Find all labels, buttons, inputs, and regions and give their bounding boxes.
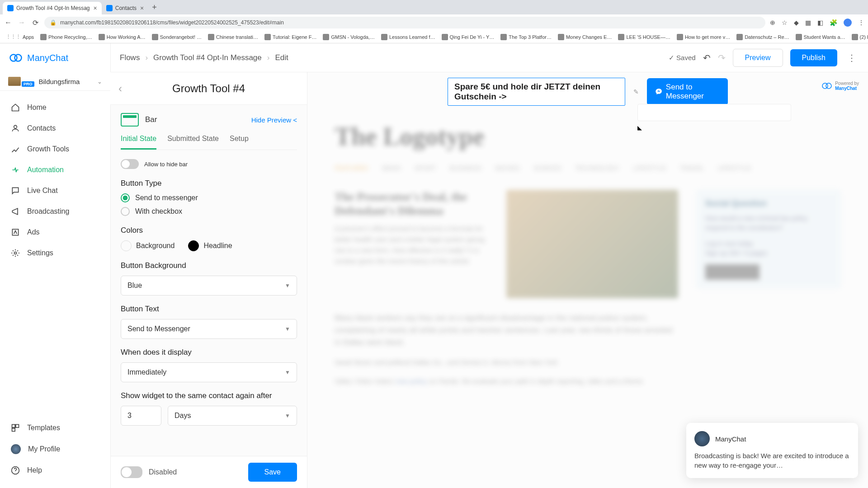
nav-home[interactable]: Home [0, 97, 110, 118]
swatch-icon [121, 240, 132, 251]
redo-icon: ↷ [718, 52, 726, 63]
bookmark[interactable]: The Top 3 Platfor… [498, 34, 554, 40]
colors-label: Colors [121, 226, 297, 235]
tab-submitted-state[interactable]: Submitted State [167, 135, 219, 150]
color-background[interactable]: Background [121, 240, 175, 251]
crumb-flows[interactable]: Flows [120, 53, 140, 62]
bookmark[interactable]: Student Wants a… [793, 34, 848, 40]
send-messenger-button[interactable]: Send to Messenger [647, 78, 728, 105]
account-avatar-icon [8, 77, 21, 86]
nav-templates[interactable]: Templates [0, 418, 110, 438]
breadcrumb: Flows › Growth Tool #4 Opt-In Message › … [120, 53, 288, 62]
allow-hide-label: Allow to hide bar [144, 161, 188, 168]
avatar-icon [11, 444, 21, 454]
preview-button[interactable]: Preview [733, 49, 783, 67]
new-tab-button[interactable]: + [152, 3, 157, 12]
manychat-icon [821, 80, 832, 91]
hide-preview-link[interactable]: Hide Preview < [251, 116, 297, 124]
puzzle-icon[interactable]: 🧩 [830, 19, 837, 26]
nav-help[interactable]: Help [0, 460, 110, 481]
radio-send-messenger[interactable]: Send to messenger [121, 193, 297, 202]
color-headline[interactable]: Headline [188, 240, 232, 251]
bookmark[interactable]: ⋮⋮⋮Apps [4, 34, 36, 40]
bookmark[interactable]: GMSN - Vologda,… [321, 34, 377, 40]
favicon-icon [106, 5, 113, 11]
bookmark[interactable]: LEE 'S HOUSE—… [616, 34, 672, 40]
star-icon[interactable]: ☆ [782, 19, 788, 26]
nav-ads[interactable]: Ads [0, 222, 110, 243]
preview-canvas: Spare 5€ und hole dir JETZT deinen Gutsc… [307, 72, 868, 488]
nav-contacts[interactable]: Contacts [0, 118, 110, 139]
powered-by[interactable]: Powered byManyChat [821, 80, 859, 91]
button-bg-select[interactable]: Blue▼ [121, 276, 297, 296]
colors-row: Background Headline [121, 240, 297, 251]
button-type-label: Button Type [121, 179, 297, 188]
tab-strip: Growth Tool #4 Opt-In Messag × Contacts … [0, 0, 868, 14]
bookmark[interactable]: How Working A… [96, 34, 148, 40]
settings-panel: ‹ Growth Tool #4 Bar Hide Preview < Init… [111, 72, 307, 488]
nav-broadcasting[interactable]: Broadcasting [0, 201, 110, 222]
enable-toggle[interactable] [121, 466, 142, 478]
show-again-number[interactable]: 3 [121, 406, 161, 426]
crumb-item[interactable]: Growth Tool #4 Opt-In Message [153, 53, 262, 62]
extension-icon[interactable]: ▦ [805, 19, 811, 26]
undo-icon[interactable]: ↶ [703, 52, 711, 63]
avatar-icon[interactable] [844, 19, 852, 27]
save-button[interactable]: Save [248, 463, 297, 482]
close-icon[interactable]: × [140, 5, 144, 12]
tab-setup[interactable]: Setup [230, 135, 249, 150]
zoom-icon[interactable]: ⊕ [770, 19, 775, 26]
bookmark[interactable]: Qing Fei De Yi - Y… [439, 34, 497, 40]
url-input[interactable]: 🔒 manychat.com/fb198150208019206118/cms/… [44, 17, 765, 28]
chevron-right-icon: › [267, 53, 270, 62]
nav-settings[interactable]: Settings [0, 243, 110, 263]
pencil-icon[interactable]: ✎ [633, 88, 639, 95]
browser-tab[interactable]: Contacts × [102, 2, 149, 14]
nav-growth-tools[interactable]: Growth Tools [0, 139, 110, 160]
widget-headline-input[interactable]: Spare 5€ und hole dir JETZT deinen Gutsc… [448, 78, 625, 106]
button-text-select[interactable]: Send to Messenger▼ [121, 319, 297, 339]
show-again-row: 3 Days▼ [121, 406, 297, 426]
bookmark-icon [40, 34, 47, 40]
account-switcher[interactable]: PRO Bildungsfirma ⌄ [0, 72, 110, 91]
browser-tab-active[interactable]: Growth Tool #4 Opt-In Messag × [3, 2, 102, 14]
main: Flows › Growth Tool #4 Opt-In Message › … [111, 43, 868, 488]
back-icon[interactable]: ← [4, 19, 13, 27]
reload-icon[interactable]: ⟳ [31, 19, 40, 27]
nav-profile[interactable]: My Profile [0, 438, 110, 460]
publish-button[interactable]: Publish [790, 49, 837, 66]
bookmark[interactable]: Money Changes E… [556, 34, 614, 40]
bookmark[interactable]: Phone Recycling,… [38, 34, 94, 40]
logo[interactable]: ManyChat [0, 43, 110, 72]
bookmark[interactable]: Datenschutz – Re… [734, 34, 791, 40]
when-display-select[interactable]: Immediately▼ [121, 362, 297, 382]
radio-with-checkbox[interactable]: With checkbox [121, 207, 297, 216]
back-button[interactable]: ‹ [118, 82, 122, 95]
topbar: Flows › Growth Tool #4 Opt-In Message › … [111, 43, 868, 72]
menu-icon[interactable]: ⋮ [858, 19, 864, 26]
bookmark[interactable]: How to get more v… [675, 34, 732, 40]
nav-livechat[interactable]: Live Chat [0, 180, 110, 201]
help-icon [11, 466, 20, 475]
tab-title: Growth Tool #4 Opt-In Messag [16, 5, 90, 11]
bookmark[interactable]: (2) How To Add A… [849, 34, 868, 40]
extension-icon[interactable]: ◧ [817, 19, 823, 26]
close-icon[interactable]: × [94, 5, 97, 12]
show-again-unit[interactable]: Days▼ [168, 406, 297, 426]
extension-icon[interactable]: ◆ [794, 19, 799, 26]
more-icon[interactable]: ⋮ [844, 52, 859, 63]
bookmark[interactable]: Chinese translati… [206, 34, 260, 40]
bookmark[interactable]: Lessons Learned f… [379, 34, 438, 40]
chevron-down-icon: ▼ [285, 413, 290, 419]
tab-initial-state[interactable]: Initial State [121, 135, 156, 150]
bookmark[interactable]: Sonderangebot! … [150, 34, 204, 40]
chevron-down-icon: ▼ [285, 282, 290, 289]
bookmark[interactable]: Tutorial: Eigene F… [262, 34, 319, 40]
notification-toast[interactable]: ManyChat Broadcasting is back! We are ex… [686, 423, 858, 478]
bookmark-icon [736, 34, 743, 40]
nav-automation[interactable]: Automation [0, 160, 110, 180]
allow-hide-toggle[interactable] [121, 159, 139, 169]
manychat-icon [9, 51, 23, 65]
forward-icon[interactable]: → [17, 19, 26, 27]
url-text: manychat.com/fb198150208019206118/cms/fi… [60, 19, 284, 26]
